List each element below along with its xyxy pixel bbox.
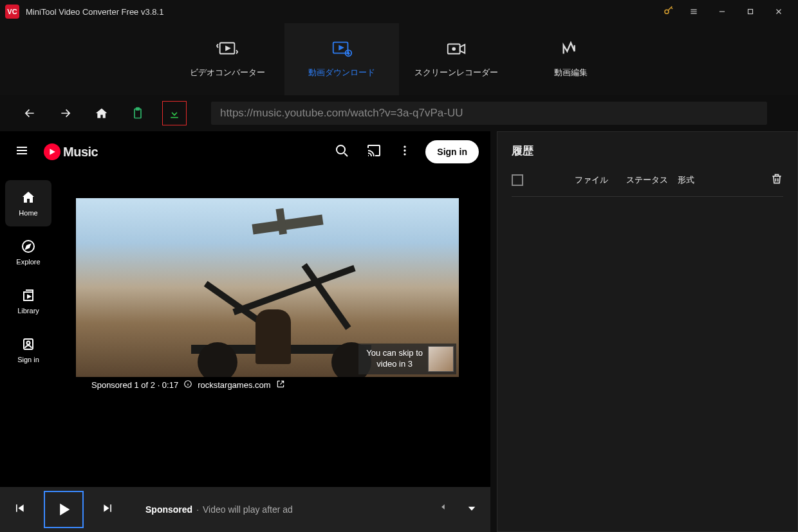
menu-button[interactable] [680, 0, 708, 23]
clipboard-button[interactable] [120, 100, 156, 126]
app-logo: VC [5, 5, 19, 19]
previous-button[interactable] [13, 502, 26, 517]
video-area: You can skip to video in 3 Sponsored 1 o… [57, 172, 490, 532]
tab-label: 動画編集 [554, 67, 588, 78]
history-col-status: ステータス [626, 174, 678, 186]
player-sub-label: Video will play after ad [203, 504, 293, 515]
player-left-caret-icon[interactable] [439, 502, 448, 517]
tab-video-download[interactable]: 動画ダウンロード [284, 23, 399, 95]
sidenav-home[interactable]: Home [5, 180, 51, 226]
hamburger-icon[interactable] [14, 143, 30, 161]
svg-rect-9 [171, 117, 178, 118]
history-col-format: 形式 [678, 174, 716, 186]
browser-view: Music [0, 131, 490, 532]
info-icon[interactable] [183, 380, 192, 390]
refresh-play-icon [216, 40, 239, 58]
ad-domain[interactable]: rockstargames.com [198, 380, 270, 390]
skip-ad-box[interactable]: You can skip to video in 3 [358, 344, 456, 374]
plane-shape [252, 215, 323, 235]
main-area: Music [0, 131, 798, 532]
home-button[interactable] [84, 100, 120, 126]
sidenav-label: Sign in [17, 356, 39, 363]
sidenav-label: Library [17, 307, 39, 315]
signin-button[interactable]: Sign in [425, 140, 479, 163]
history-select-all-checkbox[interactable] [512, 174, 523, 186]
play-button[interactable] [44, 491, 84, 528]
tab-video-editor[interactable]: 動画編集 [514, 23, 628, 95]
editor-icon [559, 40, 582, 58]
ytmusic-logo-mark [44, 143, 60, 160]
delete-button[interactable] [770, 172, 783, 187]
minimize-button[interactable] [708, 0, 736, 23]
svg-point-11 [404, 146, 406, 148]
sidenav-label: Home [19, 209, 37, 217]
skip-line1: You can skip to [366, 348, 423, 359]
url-input[interactable] [211, 102, 767, 125]
external-link-icon[interactable] [276, 380, 285, 390]
svg-point-6 [452, 48, 455, 50]
back-button[interactable] [12, 100, 48, 126]
history-col-file: ファイル [575, 174, 626, 186]
svg-point-12 [404, 149, 406, 151]
sidenav-library[interactable]: Library [5, 278, 51, 324]
sidenav-label: Explore [16, 258, 40, 266]
svg-point-10 [337, 145, 345, 154]
next-button[interactable] [102, 502, 115, 517]
camera-icon [445, 40, 468, 58]
app-title: MiniTool Video Converter Free v3.8.1 [26, 7, 663, 17]
ad-meta: Sponsored 1 of 2 · 0:17 rockstargames.co… [76, 377, 478, 390]
top-tabs: ビデオコンバーター 動画ダウンロード スクリーンレコーダー [0, 23, 798, 95]
ytmusic-logo-text: Music [63, 145, 98, 160]
player-bar: Sponsored · Video will play after ad [0, 487, 490, 532]
browser-navbar [0, 95, 798, 131]
key-icon[interactable] [663, 5, 674, 19]
close-button[interactable] [765, 0, 793, 23]
more-icon[interactable] [398, 144, 411, 160]
svg-point-17 [27, 342, 30, 345]
tab-video-converter[interactable]: ビデオコンバーター [170, 23, 284, 95]
sidenav-explore[interactable]: Explore [5, 229, 51, 275]
player-down-caret-icon[interactable] [466, 502, 478, 517]
download-play-icon [330, 40, 353, 58]
ytmusic-sidenav: Home Explore Library Sign in [0, 172, 57, 532]
history-header: ファイル ステータス 形式 [512, 172, 783, 197]
skip-thumbnail [428, 346, 454, 372]
ytmusic-logo[interactable]: Music [44, 143, 334, 160]
download-button[interactable] [162, 101, 187, 125]
history-title: 履歴 [512, 143, 783, 158]
svg-point-0 [665, 10, 669, 14]
forward-button[interactable] [48, 100, 84, 126]
tab-label: ビデオコンバーター [190, 67, 265, 78]
history-panel: 履歴 ファイル ステータス 形式 [497, 131, 798, 532]
svg-rect-1 [748, 10, 753, 14]
svg-point-13 [404, 153, 406, 155]
sidenav-signin[interactable]: Sign in [5, 327, 51, 373]
buggy-shape [191, 268, 384, 377]
titlebar: VC MiniTool Video Converter Free v3.8.1 [0, 0, 798, 23]
player-sponsored-label: Sponsored [145, 504, 192, 515]
skip-line2: video in 3 [366, 359, 423, 370]
ad-count: Sponsored 1 of 2 · 0:17 [91, 380, 178, 390]
tab-screen-recorder[interactable]: スクリーンレコーダー [399, 23, 514, 95]
search-icon[interactable] [334, 143, 349, 161]
maximize-button[interactable] [736, 0, 765, 23]
cast-icon[interactable] [366, 143, 382, 161]
ytmusic-header: Music [0, 131, 490, 172]
tab-label: 動画ダウンロード [308, 67, 375, 78]
tab-label: スクリーンレコーダー [414, 67, 498, 78]
video-player[interactable]: You can skip to video in 3 [76, 198, 459, 377]
svg-rect-8 [136, 108, 140, 110]
